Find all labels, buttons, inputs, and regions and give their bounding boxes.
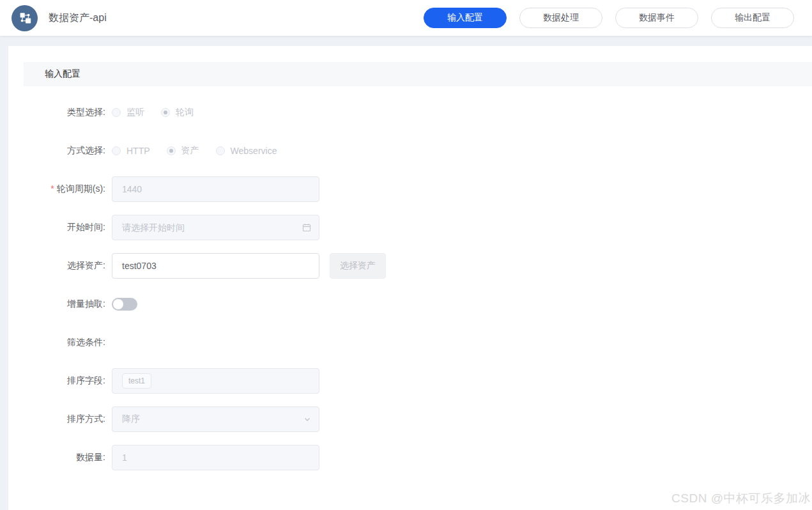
- tab-output-config[interactable]: 输出配置: [711, 8, 794, 28]
- content-card: 输入配置 类型选择: 监听 轮询 方式选择: HT: [8, 46, 812, 510]
- section-title: 输入配置: [45, 68, 80, 80]
- row-data-count: 数据量:: [8, 445, 812, 470]
- data-count-label: 数据量:: [8, 452, 105, 463]
- sort-field-input: test1: [112, 368, 319, 394]
- start-time-value: [122, 222, 309, 233]
- chevron-down-icon: [303, 415, 312, 424]
- radio-circle-icon: [112, 146, 121, 155]
- poll-period-label: *轮询周期(s):: [8, 183, 105, 195]
- row-incremental-extract: 增量抽取:: [8, 291, 812, 317]
- asset-name-input[interactable]: [112, 253, 319, 279]
- radio-checked-icon: [167, 146, 176, 155]
- radio-listen: 监听: [112, 107, 144, 118]
- radio-asset-label: 资产: [181, 145, 199, 157]
- poll-period-input: [112, 176, 319, 202]
- type-select-label: 类型选择:: [8, 107, 105, 118]
- app-logo: [11, 5, 38, 31]
- radio-poll-label: 轮询: [176, 107, 194, 118]
- calendar-icon: [302, 222, 312, 233]
- row-asset-select: 选择资产: 选择资产: [8, 253, 812, 279]
- page-title: 数据资产-api: [49, 12, 107, 25]
- radio-asset: 资产: [167, 145, 199, 157]
- radio-http-label: HTTP: [126, 146, 150, 156]
- type-select-radio-group: 监听 轮询: [112, 107, 210, 118]
- topology-icon: [17, 10, 33, 26]
- row-sort-order: 排序方式: 降序: [8, 406, 812, 432]
- radio-listen-label: 监听: [126, 107, 144, 118]
- incremental-extract-label: 增量抽取:: [8, 298, 105, 310]
- sort-order-label: 排序方式:: [8, 413, 105, 425]
- row-method-select: 方式选择: HTTP 资产 Webservice: [8, 138, 812, 164]
- sort-field-tag: test1: [122, 373, 151, 389]
- tab-data-processing[interactable]: 数据处理: [519, 8, 602, 28]
- select-asset-button: 选择资产: [330, 253, 386, 279]
- asset-select-label: 选择资产:: [8, 260, 105, 272]
- row-filter-condition: 筛选条件:: [8, 330, 812, 355]
- radio-checked-icon: [161, 108, 170, 117]
- top-header: 数据资产-api 输入配置 数据处理 数据事件 输出配置: [0, 0, 812, 36]
- sort-order-select: 降序: [112, 406, 319, 432]
- section-header: 输入配置: [24, 62, 812, 86]
- method-select-radio-group: HTTP 资产 Webservice: [112, 145, 293, 157]
- radio-poll: 轮询: [161, 107, 194, 118]
- sort-field-label: 排序字段:: [8, 375, 105, 387]
- radio-webservice: Webservice: [216, 146, 277, 156]
- poll-period-value: [122, 184, 309, 194]
- filter-condition-label: 筛选条件:: [8, 337, 105, 348]
- row-poll-period: *轮询周期(s):: [8, 176, 812, 202]
- required-asterisk: *: [50, 183, 54, 194]
- input-config-form: 类型选择: 监听 轮询 方式选择: HTTP: [8, 100, 812, 470]
- row-sort-field: 排序字段: test1: [8, 368, 812, 394]
- data-count-value: [122, 452, 309, 463]
- data-count-input: [112, 445, 319, 470]
- toggle-knob: [113, 299, 123, 309]
- row-start-time: 开始时间:: [8, 215, 812, 240]
- radio-http: HTTP: [112, 146, 150, 156]
- start-time-label: 开始时间:: [8, 222, 105, 233]
- method-select-label: 方式选择:: [8, 145, 105, 157]
- start-time-picker: [112, 215, 319, 240]
- header-tabs: 输入配置 数据处理 数据事件 输出配置: [424, 8, 794, 28]
- radio-circle-icon: [216, 146, 225, 155]
- row-type-select: 类型选择: 监听 轮询: [8, 100, 812, 125]
- tab-data-events[interactable]: 数据事件: [615, 8, 698, 28]
- asset-name-value[interactable]: [122, 261, 309, 271]
- incremental-toggle[interactable]: [112, 298, 137, 311]
- radio-webservice-label: Webservice: [231, 146, 277, 156]
- radio-circle-icon: [112, 108, 121, 117]
- tab-input-config[interactable]: 输入配置: [424, 8, 507, 28]
- sort-order-value: 降序: [122, 413, 140, 425]
